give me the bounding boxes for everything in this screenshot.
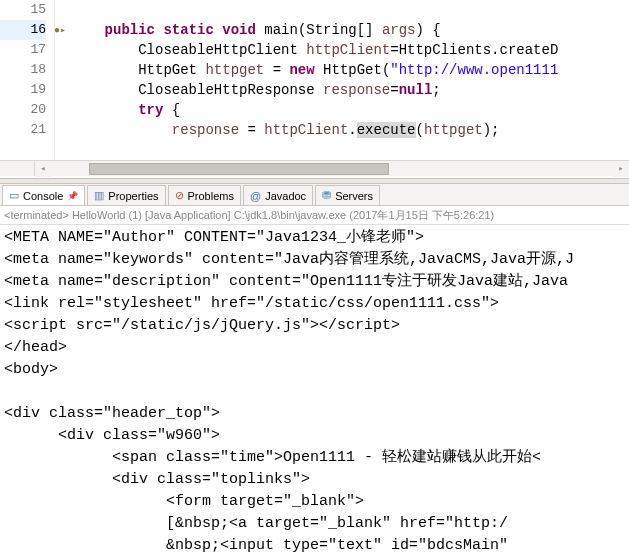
tab-properties[interactable]: ▥Properties	[87, 185, 165, 205]
console-line: <meta name="keywords" content="Java内容管理系…	[4, 249, 625, 271]
line-number: 21	[0, 120, 46, 140]
console-line: <form target="_blank">	[4, 491, 625, 513]
tab-javadoc[interactable]: @Javadoc	[243, 185, 313, 205]
console-line: [&nbsp;<a target="_blank" href="http:/	[4, 513, 625, 535]
console-line: <div class="w960">	[4, 425, 625, 447]
code-line[interactable]	[71, 0, 629, 20]
properties-icon: ▥	[94, 189, 104, 202]
console-line: <span class="time">Open1111 - 轻松建站赚钱从此开始…	[4, 447, 625, 469]
code-editor-pane: ●▸ 15161718192021 public static void mai…	[0, 0, 629, 178]
tab-label: Console	[23, 190, 63, 202]
scroll-right-button[interactable]: ▸	[613, 161, 629, 177]
tab-label: Javadoc	[265, 190, 306, 202]
console-line: <div class="header_top">	[4, 403, 625, 425]
code-line[interactable]: response = httpClient.execute(httpget);	[71, 120, 629, 140]
line-number: 17	[0, 40, 46, 60]
javadoc-icon: @	[250, 190, 261, 202]
console-line: <script src="/static/js/jQuery.js"></scr…	[4, 315, 625, 337]
scrollbar-track[interactable]	[51, 161, 613, 177]
tab-problems[interactable]: ⊘Problems	[168, 185, 241, 205]
code-line[interactable]: CloseableHttpResponse response=null;	[71, 80, 629, 100]
termination-time: (2017年1月15日 下午5:26:21)	[349, 209, 494, 221]
line-number: 20	[0, 100, 46, 120]
scrollbar-left-box	[0, 161, 35, 176]
console-line: <body>	[4, 359, 625, 381]
tab-label: Problems	[188, 190, 234, 202]
console-line: <META NAME="Author" CONTENT="Java1234_小锋…	[4, 227, 625, 249]
console-line: &nbsp;<input type="text" id="bdcsMain"	[4, 535, 625, 556]
problems-icon: ⊘	[175, 189, 184, 202]
line-number: 19	[0, 80, 46, 100]
tab-label: Servers	[335, 190, 373, 202]
scroll-left-button[interactable]: ◂	[35, 161, 51, 177]
tab-console[interactable]: ▭Console📌	[2, 185, 85, 205]
bottom-view-tabs: ▭Console📌▥Properties⊘Problems@Javadoc⛃Se…	[0, 184, 629, 206]
code-area[interactable]: public static void main(String[] args) {…	[55, 0, 629, 160]
console-process-status: <terminated> HelloWorld (1) [Java Applic…	[0, 206, 629, 225]
code-line[interactable]: public static void main(String[] args) {	[71, 20, 629, 40]
line-number: 16	[0, 20, 46, 40]
line-number: 15	[0, 0, 46, 20]
console-line: </head>	[4, 337, 625, 359]
tab-label: Properties	[108, 190, 158, 202]
pin-icon[interactable]: 📌	[67, 191, 78, 201]
console-line	[4, 381, 625, 403]
console-icon: ▭	[9, 189, 19, 202]
code-line[interactable]: try {	[71, 100, 629, 120]
code-line[interactable]: HttpGet httpget = new HttpGet("http://ww…	[71, 60, 629, 80]
line-number-gutter: ●▸ 15161718192021	[0, 0, 55, 160]
console-line: <div class="toplinks">	[4, 469, 625, 491]
console-line: <link rel="stylesheet" href="/static/css…	[4, 293, 625, 315]
console-output[interactable]: <META NAME="Author" CONTENT="Java1234_小锋…	[0, 225, 629, 556]
tab-servers[interactable]: ⛃Servers	[315, 185, 380, 205]
scrollbar-thumb[interactable]	[89, 163, 389, 175]
code-line[interactable]: CloseableHttpClient httpClient=HttpClien…	[71, 40, 629, 60]
editor-horizontal-scrollbar[interactable]: ◂ ▸	[0, 160, 629, 176]
servers-icon: ⛃	[322, 189, 331, 202]
termination-status: <terminated>	[4, 209, 69, 221]
termination-path: C:\jdk1.8\bin\javaw.exe	[234, 209, 347, 221]
console-line: <meta name="description" content="Open11…	[4, 271, 625, 293]
line-number: 18	[0, 60, 46, 80]
termination-app-name: HelloWorld (1) [Java Application]	[72, 209, 231, 221]
method-marker-icon: ●▸	[54, 25, 66, 36]
